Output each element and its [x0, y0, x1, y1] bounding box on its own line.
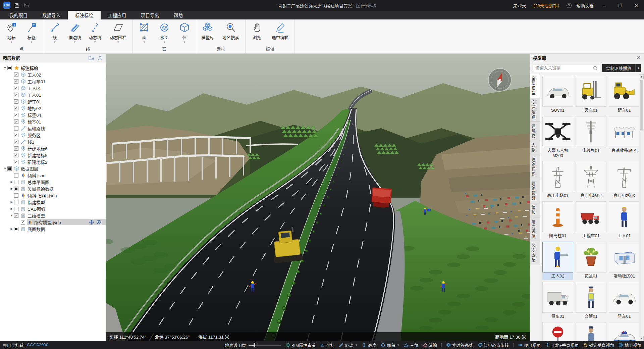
scroll-down-icon[interactable]: ▼	[639, 336, 644, 341]
expander-closed-icon[interactable]: ▶	[9, 227, 14, 231]
model-card-轿车01[interactable]: 轿车01	[609, 282, 640, 320]
model-category-9[interactable]: 公安应急	[530, 241, 540, 265]
model-card-警车01[interactable]: 警车01	[609, 322, 640, 341]
layer-tree-row[interactable]: ✓新建地标5	[0, 152, 106, 158]
model-category-5[interactable]: 道路标识	[530, 155, 540, 179]
layer-tree-row[interactable]: ✓地标02	[0, 105, 106, 111]
menu-tab-4[interactable]: 工程应用	[101, 11, 133, 19]
layer-tree-row[interactable]: 倾斜.json	[0, 172, 106, 179]
status-tool-实时等高线[interactable]: 实时等高线	[446, 342, 473, 348]
layer-checkbox-checked[interactable]: ✓	[21, 220, 25, 225]
layer-tree-row[interactable]: ✓标签01	[0, 118, 106, 125]
dropdown-caret-icon[interactable]: ▼	[30, 41, 33, 44]
layer-tree-row[interactable]: ✓工人02	[0, 71, 106, 78]
dropdown-caret-icon[interactable]: ▼	[163, 41, 166, 44]
layer-tree-row[interactable]: ✓新建地标6	[0, 145, 106, 152]
model-card-叉车01[interactable]: 叉车01	[576, 76, 606, 114]
layer-checkbox-unchecked[interactable]	[14, 200, 18, 204]
model-card-货车01[interactable]: 货车01	[542, 282, 573, 320]
layer-checkbox-checked[interactable]: ✓	[14, 106, 18, 110]
ribbon-button-标签[interactable]: T标签▼	[21, 20, 42, 45]
status-tool-坐标[interactable]: 坐标	[320, 342, 334, 348]
layer-tree-row[interactable]: ▶矢量标绘数据	[0, 185, 106, 192]
ribbon-button-地名搜索[interactable]: 地名搜索	[218, 20, 244, 45]
status-tool-BIM属性查看[interactable]: BIM属性查看	[285, 342, 316, 348]
minimize-button[interactable]: –	[598, 1, 610, 10]
layer-checkbox-checked[interactable]: ✓	[14, 146, 18, 151]
layer-tree-row[interactable]: ▶总体平面图	[0, 179, 106, 185]
layer-tree-row[interactable]: ✓所有模型.json	[0, 219, 106, 226]
layer-checkbox-checked[interactable]: ✓	[14, 133, 18, 137]
layer-tree-row[interactable]: ✓标签04	[0, 111, 106, 118]
model-category-3[interactable]: 建筑物	[530, 121, 540, 141]
layer-tree-row[interactable]: ✓铲车01	[0, 98, 106, 105]
crs-value[interactable]: CGCS2000	[27, 343, 48, 347]
layer-tree-row[interactable]: ▶底图数据	[0, 226, 106, 232]
dropdown-caret-icon[interactable]: ▼	[73, 41, 76, 44]
ribbon-button-水面[interactable]: 水面▼	[154, 20, 174, 45]
dropdown-caret-icon[interactable]: ▼	[143, 41, 146, 44]
status-tool-项目视角[interactable]: 项目视角	[518, 342, 541, 348]
layer-tree-row[interactable]: ▶临建模型	[0, 199, 106, 205]
menu-tab-6[interactable]: 帮助	[166, 11, 190, 19]
layer-tree-row[interactable]: ✓工人01	[0, 85, 106, 91]
model-card-活动板房01[interactable]: 活动板房01	[609, 242, 640, 280]
dropdown-caret-icon[interactable]: ▼	[355, 344, 358, 347]
ribbon-button-线[interactable]: 线▼	[45, 20, 65, 45]
status-tool-距离[interactable]: 距离▼	[339, 342, 358, 348]
ribbon-button-模型库[interactable]: 模型库	[198, 20, 218, 45]
model-card-工程车01[interactable]: 工程车01	[576, 201, 606, 240]
model-category-1[interactable]: 全部模型	[530, 74, 540, 98]
layer-tree-row[interactable]: ▼数据图层	[0, 165, 106, 172]
ribbon-button-体[interactable]: 体▼	[174, 20, 195, 45]
scrollbar-thumb[interactable]	[640, 80, 643, 131]
ribbon-button-选中编辑[interactable]: 选中编辑	[267, 20, 293, 45]
dropdown-caret-icon[interactable]: ▼	[397, 344, 399, 347]
layer-checkbox-partial[interactable]	[7, 166, 12, 171]
layer-checkbox-checked[interactable]: ✓	[14, 79, 18, 84]
layer-tree-row[interactable]: 倾斜 -透明.json	[0, 192, 106, 199]
layer-tree-row[interactable]: ✓新建地标2	[0, 158, 106, 165]
layer-checkbox-partial[interactable]	[7, 66, 12, 70]
layer-checkbox-unchecked[interactable]	[14, 193, 18, 198]
model-card-交警01[interactable]: 交警01	[576, 282, 606, 320]
model-search-input[interactable]	[533, 64, 600, 72]
scroll-up-icon[interactable]: ▲	[639, 74, 644, 79]
layer-checkbox-unchecked[interactable]	[14, 126, 18, 131]
menu-tab-2[interactable]: 数据导入	[35, 11, 68, 19]
status-tool-清除[interactable]: 清除	[423, 342, 437, 348]
terrain-opacity-slider[interactable]	[249, 345, 281, 346]
layer-tree-row[interactable]: 运输路线	[0, 125, 106, 132]
model-card-隔离柱01[interactable]: 隔离柱01	[542, 201, 573, 240]
dropdown-caret-icon[interactable]: ▼	[53, 41, 56, 44]
layer-tree-row[interactable]: ▼标注标绘	[0, 64, 106, 71]
search-input[interactable]	[535, 66, 593, 70]
status-tool-正北+垂直视角[interactable]: 正北+垂直视角	[545, 342, 579, 348]
ribbon-button-面[interactable]: 面▼	[134, 20, 154, 45]
status-tool-面积[interactable]: 面积▼	[381, 342, 399, 348]
model-card-工人02[interactable]: 工人02	[542, 242, 573, 280]
model-card-铲车01[interactable]: 铲车01	[609, 76, 640, 114]
expander-closed-icon[interactable]: ▶	[9, 180, 14, 184]
model-category-6[interactable]: 道路设施	[530, 179, 540, 203]
model-card-警察01[interactable]: 警察01	[576, 322, 606, 341]
layer-checkbox-checked[interactable]: ✓	[14, 113, 18, 117]
status-tool-三角[interactable]: 三角	[404, 342, 418, 348]
expander-closed-icon[interactable]: ▶	[9, 187, 14, 190]
model-category-7[interactable]: 植被	[530, 203, 540, 217]
dropdown-caret-icon[interactable]: ▼	[94, 41, 96, 44]
layer-checkbox-checked[interactable]: ✓	[14, 140, 18, 144]
help-doc-link[interactable]: 帮助文档	[576, 2, 594, 9]
layer-tree-row[interactable]: ✓工人01	[0, 91, 106, 98]
layer-checkbox-checked[interactable]: ✓	[14, 119, 18, 124]
dropdown-caret-icon[interactable]: ▼	[117, 41, 119, 44]
model-card-高压电塔02[interactable]: 高压电塔02	[576, 161, 606, 199]
layer-checkbox-unchecked[interactable]	[14, 173, 18, 178]
model-category-2[interactable]: 交通运输	[530, 98, 540, 122]
model-card-工人01[interactable]: 工人01	[609, 201, 640, 240]
layer-checkbox-partial[interactable]	[14, 227, 18, 231]
ribbon-button-动态围栏[interactable]: 动态围栏▼	[105, 20, 131, 45]
add-folder-icon[interactable]	[88, 55, 94, 61]
layer-checkbox-checked[interactable]: ✓	[14, 160, 18, 164]
layer-checkbox-unchecked[interactable]	[14, 180, 18, 184]
